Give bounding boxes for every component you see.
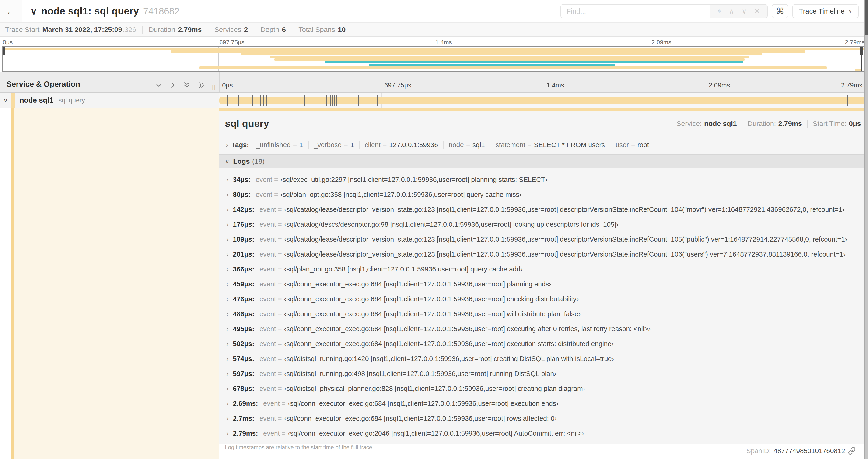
log-field-value: ‹sql/catalog/lease/descriptor_version_st… [284,236,847,243]
minimap-span-bar [199,66,827,69]
log-field-key: event [259,325,276,333]
expand-all-icon[interactable] [170,81,176,89]
chevron-right-icon: › [225,265,233,273]
collapse-trace-icon[interactable]: ∨ [30,6,37,17]
clear-find-icon[interactable]: ✕ [754,8,760,15]
log-marker-tick[interactable] [847,95,848,106]
equals-sign: = [282,430,286,437]
minimap-canvas[interactable] [2,46,866,72]
chevron-down-icon: ∨ [225,158,229,165]
log-marker-tick[interactable] [266,95,267,106]
span-id-value: 4877749850101760812 [774,447,845,455]
trace-summary-bar: Trace StartMarch 31 2022, 17:25:09.326Du… [0,22,868,37]
column-resizer-handle[interactable]: || [212,84,216,91]
log-row[interactable]: ›502μs:event=‹sql/conn_executor_exec.go:… [225,336,862,351]
minimap-left-scrub-knob[interactable] [3,47,5,55]
span-row-timeline-cell[interactable] [219,93,868,108]
log-row[interactable]: ›80μs:event=‹sql/plan_opt.go:358 [nsql1,… [225,187,862,202]
timeline-tick-label: 2.79ms [841,81,862,89]
span-duration-bar[interactable] [219,97,868,104]
locate-icon[interactable]: ⌖ [717,8,721,15]
log-field-key: event [259,355,276,363]
tag-item[interactable]: node=sql1 [443,141,491,149]
log-field-key: event [256,191,272,198]
collapse-one-icon[interactable] [183,81,190,89]
log-marker-tick[interactable] [336,95,337,106]
vertical-scrollbar[interactable] [864,0,868,459]
log-marker-tick[interactable] [263,95,264,106]
log-row[interactable]: ›574μs:event=‹sql/distsql_running.go:142… [225,351,862,366]
log-timestamp: 502μs: [233,340,254,348]
log-field-value: ‹sql/conn_executor_exec.go:2046 [nsql1,c… [288,430,584,437]
summary-item: Trace StartMarch 31 2022, 17:25:09.326 [5,26,143,34]
trace-title: node sql1: sql query [41,6,139,17]
view-selector-button[interactable]: Trace Timeline ∨ [793,4,859,18]
log-marker-tick[interactable] [252,95,253,106]
log-marker-tick[interactable] [330,95,331,106]
log-row[interactable]: ›366μs:event=‹sql/plan_opt.go:358 [nsql1… [225,262,862,276]
summary-item-label: Total Spans [299,26,335,34]
tag-item[interactable]: user=root [611,141,654,149]
detail-overview-value: node sql1 [704,120,737,128]
log-row[interactable]: ›34μs:event=‹sql/exec_util.go:2297 [nsql… [225,172,862,187]
log-row[interactable]: ›2.79ms:event=‹sql/conn_executor_exec.go… [225,426,862,441]
minimap-right-scrub-knob[interactable] [860,47,863,55]
next-match-icon[interactable]: ∨ [742,8,747,15]
log-marker-tick[interactable] [845,95,845,106]
log-row[interactable]: ›486μs:event=‹sql/conn_executor_exec.go:… [225,306,862,321]
find-input[interactable] [561,5,710,18]
scrollbar-thumb[interactable] [865,0,868,35]
log-row[interactable]: ›678μs:event=‹sql/distsql_physical_plann… [225,381,862,396]
log-marker-tick[interactable] [358,95,359,106]
span-id-row: SpanID: 4877749850101760812 [746,447,856,455]
log-timestamp: 459μs: [233,280,254,288]
log-marker-tick[interactable] [260,95,261,106]
collapse-all-icon[interactable] [155,83,162,88]
timeline-header: Service & Operation || 0μs697.75μs1.4ms2… [0,72,868,93]
log-field-value: ‹sql/conn_executor_exec.go:684 [nsql1,cl… [284,280,551,288]
log-row[interactable]: ›459μs:event=‹sql/conn_executor_exec.go:… [225,276,862,292]
span-collapse-icon[interactable]: ∨ [0,97,11,104]
log-marker-tick[interactable] [227,95,228,106]
keyboard-shortcuts-button[interactable]: ⌘ [772,4,788,18]
log-row[interactable]: ›176μs:event=‹sql/catalog/descs/descript… [225,217,862,232]
back-button[interactable]: ← [0,0,22,22]
tag-item[interactable]: _verbose=1 [309,141,360,149]
log-marker-tick[interactable] [334,95,335,106]
log-row[interactable]: ›189μs:event=‹sql/catalog/lease/descript… [225,232,862,247]
log-marker-tick[interactable] [305,95,305,106]
log-field-key: event [259,206,276,214]
log-row[interactable]: ›2.69ms:event=‹sql/conn_executor_exec.go… [225,396,862,411]
tag-key: user [616,141,629,149]
tag-item[interactable]: _unfinished=1 [251,141,308,149]
log-field-value: ‹sql/distsql_running.go:498 [nsql1,clien… [284,370,556,378]
log-marker-tick[interactable] [332,95,333,106]
logs-section-toggle[interactable]: ∨ Logs (18) [219,154,868,168]
log-row[interactable]: ›201μs:event=‹sql/catalog/lease/descript… [225,247,862,262]
equals-sign: = [278,265,282,273]
log-marker-tick[interactable] [238,95,239,106]
timeline-tick-label: 0μs [222,81,233,89]
log-row[interactable]: ›2.7ms:event=‹sql/conn_executor_exec.go:… [225,411,862,426]
back-arrow-icon: ← [6,5,16,17]
timeline-tick-label: 697.75μs [384,81,411,89]
expand-one-icon[interactable] [198,81,205,89]
log-row[interactable]: ›142μs:event=‹sql/catalog/lease/descript… [225,202,862,217]
equals-sign: = [278,370,282,378]
log-timestamp: 2.69ms: [233,400,258,407]
summary-item-value: 10 [338,26,346,34]
log-marker-tick[interactable] [353,95,353,106]
tag-item[interactable]: statement=SELECT * FROM users [491,141,611,149]
log-marker-tick[interactable] [377,95,378,106]
minimap-tick-label: 2.79ms [845,39,865,46]
log-marker-tick[interactable] [326,95,327,106]
span-row-name-cell[interactable]: ∨ node sql1 sql query [0,93,219,108]
log-row[interactable]: ›476μs:event=‹sql/conn_executor_exec.go:… [225,292,862,306]
tags-section-toggle[interactable]: › Tags: _unfinished=1_verbose=1client=12… [225,137,862,153]
log-row[interactable]: ›597μs:event=‹sql/distsql_running.go:498… [225,366,862,381]
log-row[interactable]: ›495μs:event=‹sql/conn_executor_exec.go:… [225,321,862,336]
tag-item[interactable]: client=127.0.0.1:59936 [360,141,443,149]
deep-link-icon[interactable] [848,447,856,455]
logs-list: ›34μs:event=‹sql/exec_util.go:2297 [nsql… [225,172,862,441]
prev-match-icon[interactable]: ∧ [729,8,734,15]
